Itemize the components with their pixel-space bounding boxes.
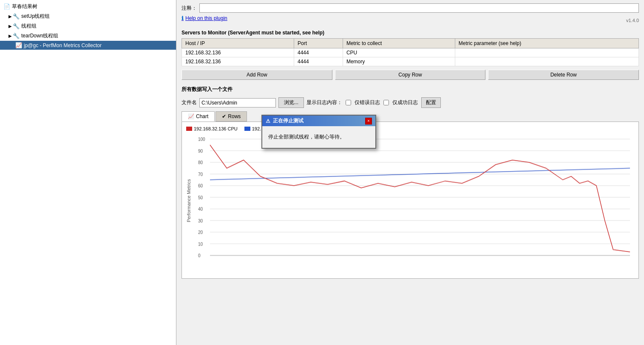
perfmon-icon: 📈 (15, 42, 22, 48)
modal-title-text: 正在停止测试 (273, 117, 304, 124)
expand-icon-setup: ▶ (9, 14, 12, 19)
sidebar-item-results[interactable]: 📄 草春结果树 (0, 2, 176, 11)
modal-titlebar: ⚠ 正在停止测试 × (262, 116, 375, 126)
teardown-icon: 🔧 (13, 33, 20, 39)
thread-icon: 🔧 (13, 23, 20, 29)
modal-body: 停止全部测试线程，请耐心等待。 (262, 126, 375, 148)
sidebar: 📄 草春结果树 ▶ 🔧 setUp线程组 ▶ 🔧 线程组 ▶ 🔧 tearDow… (0, 0, 176, 345)
modal-warning-icon: ⚠ (266, 118, 270, 124)
modal-title-content: ⚠ 正在停止测试 (266, 117, 304, 124)
sidebar-item-threadgroup[interactable]: ▶ 🔧 线程组 (0, 21, 176, 31)
expand-icon-thread: ▶ (9, 24, 12, 28)
expand-icon-teardown: ▶ (9, 34, 12, 38)
main-content: 注释： ℹ Help on this plugin v1.4.0 Servers… (176, 0, 644, 345)
setup-icon: 🔧 (13, 13, 20, 20)
sidebar-item-teardown[interactable]: ▶ 🔧 tearDown线程组 (0, 31, 176, 41)
modal-overlay: ⚠ 正在停止测试 × 停止全部测试线程，请耐心等待。 (176, 0, 644, 345)
modal-dialog: ⚠ 正在停止测试 × 停止全部测试线程，请耐心等待。 (261, 115, 376, 149)
modal-body-text: 停止全部测试线程，请耐心等待。 (268, 133, 369, 141)
results-icon: 📄 (3, 3, 10, 10)
sidebar-item-perfmon[interactable]: 📈 jp@gc - PerfMon Metrics Collector (0, 41, 176, 50)
modal-close-button[interactable]: × (365, 118, 372, 124)
sidebar-item-setup[interactable]: ▶ 🔧 setUp线程组 (0, 11, 176, 21)
